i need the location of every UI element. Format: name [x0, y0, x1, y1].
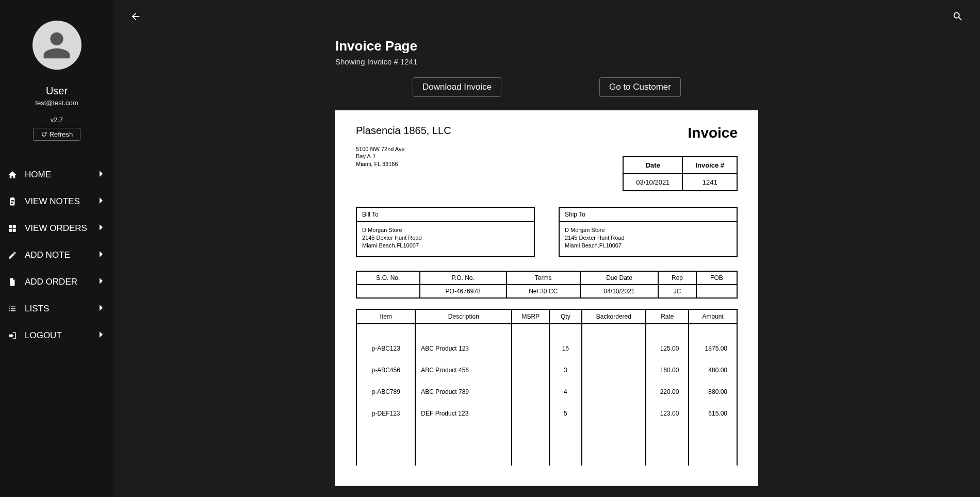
sidebar-item-label: ADD ORDER: [25, 277, 99, 287]
chevron-right-icon: [99, 277, 104, 287]
cell-back: [582, 359, 646, 381]
meta-val-terms: Net 30 CC: [507, 285, 580, 298]
invoice-num-header: Invoice #: [682, 157, 737, 174]
page-title: Invoice Page: [335, 38, 758, 54]
cell-desc: ABC Product 123: [415, 324, 512, 359]
topbar: [128, 9, 966, 25]
invoice-meta-table: S.O. No. P.O. No. Terms Due Date Rep FOB…: [356, 271, 738, 299]
sidebar-item-label: HOME: [25, 170, 99, 180]
cell-msrp: [512, 359, 549, 381]
bill-to-citystate: Miami Beach,FL10007: [362, 242, 529, 250]
date-invoice-box: Date Invoice # 03/10/2021 1241: [356, 156, 738, 191]
go-to-customer-button[interactable]: Go to Customer: [599, 77, 681, 97]
ship-to-name: D Morgan Store: [565, 226, 731, 234]
chevron-right-icon: [99, 250, 104, 260]
back-button[interactable]: [128, 9, 143, 26]
cell-qty: 5: [549, 403, 581, 424]
table-row: p-ABC789ABC Product 7894220.00880.00: [356, 381, 737, 403]
meta-head-due: Due Date: [580, 271, 658, 285]
sidebar-item-add-note[interactable]: ADD NOTE: [0, 242, 113, 269]
bill-to-street: 2145 Dexter Hunt Road: [362, 234, 529, 242]
download-invoice-button[interactable]: Download Invoice: [413, 77, 501, 97]
items-head-desc: Description: [415, 309, 512, 324]
ship-to-label: Ship To: [560, 208, 737, 222]
sidebar: User test@test.com v2.7 Refresh HOME VIE…: [0, 0, 113, 497]
bill-to-label: Bill To: [357, 208, 534, 222]
meta-head-fob: FOB: [696, 271, 737, 285]
bill-to-block: Bill To D Morgan Store 2145 Dexter Hunt …: [356, 207, 535, 258]
bill-to-body: D Morgan Store 2145 Dexter Hunt Road Mia…: [357, 222, 534, 257]
cell-amount: 880.00: [689, 381, 737, 403]
meta-val-so: [356, 285, 420, 298]
meta-val-rep: JC: [658, 285, 696, 298]
cell-amount: 615.00: [689, 403, 737, 424]
items-head-amount: Amount: [689, 309, 737, 324]
app-version: v2.7: [51, 116, 63, 124]
chevron-right-icon: [99, 223, 104, 234]
chevron-right-icon: [99, 170, 104, 180]
date-header: Date: [623, 157, 682, 174]
items-head-back: Backordered: [582, 309, 646, 324]
cell-back: [582, 403, 646, 424]
items-head-rate: Rate: [646, 309, 689, 324]
company-addr-line: 5100 NW 72nd Ave: [356, 145, 738, 153]
avatar: [32, 21, 81, 70]
sidebar-nav: HOME VIEW NOTES VIEW ORDERS ADD NOTE ADD…: [0, 161, 113, 349]
refresh-button[interactable]: Refresh: [33, 128, 81, 141]
table-spacer: [356, 424, 737, 466]
bill-to-name: D Morgan Store: [362, 226, 529, 234]
items-head-msrp: MSRP: [512, 309, 549, 324]
cell-msrp: [512, 381, 549, 403]
sidebar-item-view-notes[interactable]: VIEW NOTES: [0, 188, 113, 215]
sidebar-item-label: LOGOUT: [25, 330, 99, 341]
search-icon: [952, 11, 963, 22]
list-icon: [7, 304, 18, 313]
cell-item: p-DEF123: [356, 403, 415, 424]
invoice-header: Plasencia 1865, LLC Invoice: [356, 125, 738, 141]
file-icon: [7, 277, 18, 287]
user-email: test@test.com: [35, 99, 78, 107]
meta-head-po: P.O. No.: [420, 271, 507, 285]
chevron-right-icon: [99, 304, 104, 314]
main-content: Invoice Page Showing Invoice # 1241 Down…: [113, 0, 980, 497]
table-row: p-ABC456ABC Product 4563160.00480.00: [356, 359, 737, 381]
cell-back: [582, 381, 646, 403]
table-row: p-ABC123ABC Product 12315125.001875.00: [356, 324, 737, 359]
sidebar-item-label: ADD NOTE: [25, 250, 99, 260]
cell-msrp: [512, 403, 549, 424]
sidebar-item-home[interactable]: HOME: [0, 161, 113, 188]
logout-icon: [7, 331, 18, 340]
cell-rate: 123.00: [646, 403, 689, 424]
meta-head-terms: Terms: [507, 271, 580, 285]
cell-msrp: [512, 324, 549, 359]
meta-head-so: S.O. No.: [356, 271, 420, 285]
sidebar-item-lists[interactable]: LISTS: [0, 295, 113, 322]
meta-head-rep: Rep: [658, 271, 696, 285]
clipboard-icon: [7, 197, 18, 206]
cell-amount: 480.00: [689, 359, 737, 381]
sidebar-item-add-order[interactable]: ADD ORDER: [0, 269, 113, 295]
search-button[interactable]: [950, 9, 966, 26]
invoice-date: 03/10/2021: [623, 174, 682, 191]
refresh-label: Refresh: [50, 130, 73, 138]
home-icon: [7, 170, 18, 179]
refresh-icon: [41, 131, 47, 138]
pencil-icon: [7, 251, 18, 260]
user-icon: [41, 29, 73, 61]
ship-to-street: 2145 Dexter Hunt Road: [565, 234, 731, 242]
cell-qty: 4: [549, 381, 581, 403]
sidebar-item-logout[interactable]: LOGOUT: [0, 322, 113, 349]
cell-item: p-ABC789: [356, 381, 415, 403]
sidebar-item-label: VIEW NOTES: [25, 196, 99, 207]
items-head-item: Item: [356, 309, 415, 324]
action-row: Download Invoice Go to Customer: [335, 77, 758, 97]
ship-to-block: Ship To D Morgan Store 2145 Dexter Hunt …: [559, 207, 738, 258]
cell-item: p-ABC456: [356, 359, 415, 381]
profile-block: User test@test.com v2.7 Refresh: [0, 21, 113, 161]
sidebar-item-view-orders[interactable]: VIEW ORDERS: [0, 215, 113, 242]
ship-to-citystate: Miami Beach,FL10007: [565, 242, 731, 250]
page-subtitle: Showing Invoice # 1241: [335, 57, 758, 66]
invoice-items-table: Item Description MSRP Qty Backordered Ra…: [356, 309, 738, 466]
company-name: Plasencia 1865, LLC: [356, 125, 451, 137]
cell-desc: ABC Product 456: [415, 359, 512, 381]
